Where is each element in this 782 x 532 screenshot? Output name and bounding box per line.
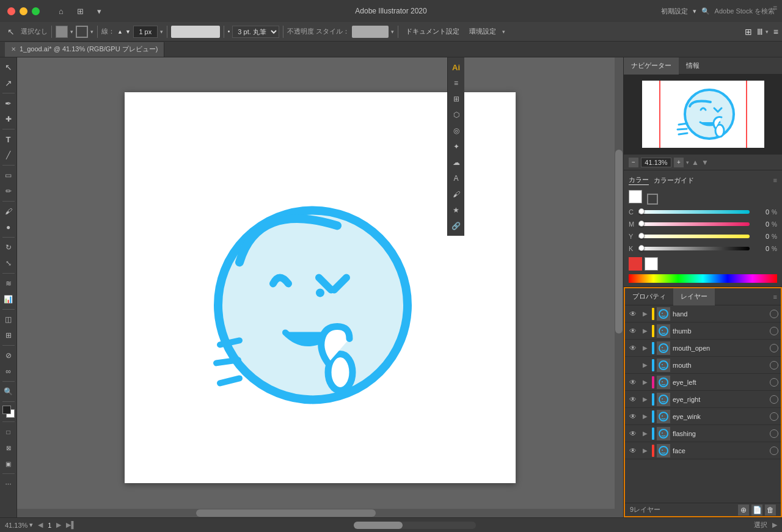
k-slider-thumb[interactable]: [638, 245, 645, 251]
layer-eye-icon[interactable]: 👁: [627, 445, 638, 456]
layer-expand-icon[interactable]: ▶: [641, 344, 649, 352]
ai-logo-icon[interactable]: Ai: [449, 60, 464, 75]
tab-layers[interactable]: レイヤー: [673, 288, 715, 305]
y-slider[interactable]: [638, 235, 750, 238]
add-anchor-tool[interactable]: ✚: [1, 112, 16, 126]
page-number[interactable]: 1: [48, 522, 51, 529]
horizontal-scrollbar[interactable]: [17, 509, 615, 517]
layer-row[interactable]: 👁▶hand: [625, 305, 781, 322]
c-slider[interactable]: [638, 210, 750, 214]
layer-expand-icon[interactable]: ▶: [641, 446, 649, 455]
fill-swatch[interactable]: [629, 190, 642, 203]
layer-target-icon[interactable]: [770, 378, 778, 387]
color-options-icon[interactable]: ≡: [773, 177, 777, 184]
m-slider[interactable]: [638, 222, 750, 226]
pencil-tool[interactable]: ✏: [1, 184, 16, 199]
tab-properties[interactable]: プロパティ: [625, 288, 673, 305]
layer-target-icon[interactable]: [770, 327, 778, 335]
minimize-button[interactable]: [20, 7, 27, 15]
layer-target-icon[interactable]: [770, 412, 778, 421]
layer-eye-icon[interactable]: 👁: [627, 377, 638, 388]
color-spectrum[interactable]: [629, 274, 777, 283]
symbol-icon[interactable]: ★: [449, 203, 464, 217]
scroll-right-icon[interactable]: ▶: [772, 521, 777, 529]
pen-tool[interactable]: ✒: [1, 96, 16, 111]
c-slider-thumb[interactable]: [638, 208, 645, 214]
tab-close-icon[interactable]: ✕: [11, 46, 16, 53]
gradient-tool[interactable]: ◫: [1, 312, 16, 327]
stroke-chevron-icon[interactable]: ▾: [90, 29, 93, 35]
workspace-chevron[interactable]: ▾: [693, 7, 696, 15]
search-icon[interactable]: 🔍: [701, 7, 710, 15]
layer-row[interactable]: 👁▶mouth_open: [625, 340, 781, 357]
layer-eye-icon[interactable]: 👁: [627, 428, 638, 439]
eyedropper-tool[interactable]: ⊘: [1, 348, 16, 363]
opacity-chevron[interactable]: ▾: [391, 29, 394, 35]
graph-tool[interactable]: 📊: [1, 292, 16, 307]
layer-target-icon[interactable]: [770, 361, 778, 370]
zoom-status-chevron[interactable]: ▾: [29, 521, 33, 529]
zoom-tool[interactable]: 🔍: [1, 384, 16, 399]
stroke-value-input[interactable]: 1 px: [133, 26, 158, 38]
brush-panel-icon[interactable]: 🖌: [449, 187, 464, 202]
align-icon[interactable]: ≡: [449, 76, 464, 90]
nav-next-icon[interactable]: ▶: [56, 521, 61, 529]
mesh-tool[interactable]: ⊞: [1, 328, 16, 343]
white-swatch[interactable]: [645, 257, 658, 271]
opacity-control[interactable]: [352, 26, 389, 38]
variable-width-profile[interactable]: [171, 26, 220, 38]
brush-selector[interactable]: 3 pt. 丸筆: [232, 26, 279, 38]
layer-row[interactable]: ▶mouth: [625, 357, 781, 374]
more-tools-icon[interactable]: ···: [1, 476, 16, 491]
layer-row[interactable]: 👁▶face: [625, 442, 781, 459]
warp-tool[interactable]: ≋: [1, 276, 16, 291]
vertical-scroll-thumb[interactable]: [615, 150, 623, 333]
blend-tool[interactable]: ∞: [1, 364, 16, 379]
layer-row[interactable]: 👁▶eye_wink: [625, 408, 781, 425]
layer-eye-icon[interactable]: 👁: [627, 308, 638, 319]
y-slider-thumb[interactable]: [638, 233, 645, 239]
doc-settings-button[interactable]: ドキュメント設定: [402, 25, 463, 38]
delete-layer-button[interactable]: 🗑: [765, 505, 776, 516]
type-tool[interactable]: T: [1, 132, 16, 147]
tab-info[interactable]: 情報: [679, 57, 707, 75]
vertical-scrollbar[interactable]: [615, 57, 623, 517]
k-slider[interactable]: [638, 247, 750, 250]
tab-color[interactable]: カラー: [629, 175, 649, 185]
make-sublayer-button[interactable]: ⊕: [738, 505, 749, 516]
stroke-unit-chevron[interactable]: ▾: [160, 29, 163, 35]
grid-icon[interactable]: ⊞: [73, 4, 87, 18]
selection-tool[interactable]: ↖: [1, 60, 16, 75]
layer-row[interactable]: 👁▶thumb: [625, 322, 781, 340]
env-chevron-icon[interactable]: ▾: [502, 29, 505, 35]
layers-options-icon[interactable]: ≡: [773, 293, 777, 301]
arrange-icon[interactable]: ⊞: [745, 27, 752, 37]
tab-color-guide[interactable]: カラーガイド: [654, 176, 694, 185]
layer-expand-icon[interactable]: ▶: [641, 327, 649, 335]
layer-eye-icon[interactable]: 👁: [627, 326, 638, 337]
layer-target-icon[interactable]: [770, 429, 778, 438]
chevron-down-icon[interactable]: ▾: [70, 29, 73, 35]
layer-expand-icon[interactable]: ▶: [641, 378, 649, 387]
layer-target-icon[interactable]: [770, 310, 778, 318]
stroke-swatch[interactable]: [647, 194, 658, 205]
zoom-down-icon[interactable]: ▼: [701, 158, 709, 167]
normal-mode-icon[interactable]: □: [1, 425, 16, 439]
layer-row[interactable]: 👁▶eye_left: [625, 374, 781, 391]
layer-target-icon[interactable]: [770, 395, 778, 404]
new-layer-button[interactable]: 📄: [751, 505, 762, 516]
cc-libraries-icon[interactable]: ☁: [449, 155, 464, 170]
color-selector[interactable]: [2, 406, 15, 418]
menu-icon[interactable]: ≡: [773, 27, 778, 37]
transform-icon[interactable]: ⊞: [449, 92, 464, 106]
scale-tool[interactable]: ⤡: [1, 256, 16, 271]
file-tab[interactable]: ✕ 1_good.ai* @ 41.13% (RGB/GPU プレビュー): [5, 42, 164, 57]
horizontal-scroll-thumb[interactable]: [196, 509, 375, 517]
rotate-tool[interactable]: ↻: [1, 240, 16, 255]
navigator-preview[interactable]: [624, 75, 782, 154]
workspace-label[interactable]: 初期設定: [661, 7, 688, 16]
layer-row[interactable]: 👁▶eye_right: [625, 391, 781, 408]
stroke-down-icon[interactable]: ▼: [125, 29, 131, 35]
zoom-status-value[interactable]: 41.13%: [5, 522, 27, 529]
graphic-style-icon[interactable]: ✦: [449, 139, 464, 154]
